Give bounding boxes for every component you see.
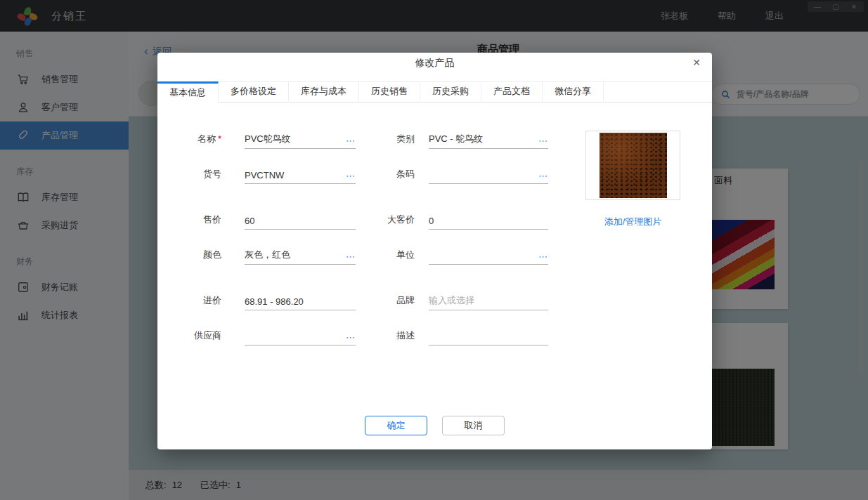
name-label: 名称* xyxy=(157,133,221,149)
vip-price-input[interactable]: 0 xyxy=(429,213,548,230)
edit-product-modal: 修改产品 ✕ 基本信息 多价格设定 库存与成本 历史销售 历史采购 产品文档 微… xyxy=(157,53,712,449)
app-window: 分销王 张老板 帮助 退出 — ▢ ✕ 销售 销售管理 客户管理 产品管理 xyxy=(0,0,868,500)
sku-label: 货号 xyxy=(157,168,221,184)
color-label: 颜色 xyxy=(157,249,221,265)
unit-label: 单位 xyxy=(356,249,415,265)
supplier-label: 供应商 xyxy=(157,329,221,346)
brand-placeholder: 输入或选择 xyxy=(429,294,474,307)
supplier-ellipsis-button[interactable]: ⋯ xyxy=(346,332,356,343)
tab-sales-history[interactable]: 历史销售 xyxy=(359,81,420,103)
description-label: 描述 xyxy=(356,329,415,346)
sku-input[interactable]: PVCTNW⋯ xyxy=(245,167,356,184)
name-input[interactable]: PVC鸵鸟纹⋯ xyxy=(245,132,356,149)
cancel-button[interactable]: 取消 xyxy=(442,416,505,435)
manage-images-link[interactable]: 添加/管理图片 xyxy=(585,216,680,228)
color-ellipsis-button[interactable]: ⋯ xyxy=(346,251,356,262)
brand-label: 品牌 xyxy=(356,294,415,310)
name-ellipsis-button[interactable]: ⋯ xyxy=(346,136,356,146)
barcode-input[interactable]: ⋯ xyxy=(429,167,548,184)
tab-wechat-share[interactable]: 微信分享 xyxy=(543,81,604,103)
close-icon[interactable]: ✕ xyxy=(692,57,701,68)
unit-input[interactable]: ⋯ xyxy=(429,248,548,265)
unit-ellipsis-button[interactable]: ⋯ xyxy=(538,251,548,262)
modal-tab-bar: 基本信息 多价格设定 库存与成本 历史销售 历史采购 产品文档 微信分享 xyxy=(157,81,712,103)
category-input[interactable]: PVC - 鸵鸟纹⋯ xyxy=(429,132,548,149)
tab-multi-price[interactable]: 多价格设定 xyxy=(219,81,289,103)
category-label: 类别 xyxy=(356,133,415,149)
price-label: 售价 xyxy=(157,213,221,230)
supplier-input[interactable]: ⋯ xyxy=(245,329,356,346)
barcode-ellipsis-button[interactable]: ⋯ xyxy=(538,171,548,181)
modal-title: 修改产品 xyxy=(157,57,712,70)
product-image-leather xyxy=(600,133,667,198)
cost-label: 进价 xyxy=(157,294,221,310)
modal-actions: 确定 取消 xyxy=(157,416,712,435)
product-image-panel: 添加/管理图片 xyxy=(585,131,680,228)
tab-basic-info[interactable]: 基本信息 xyxy=(157,81,219,103)
sku-ellipsis-button[interactable]: ⋯ xyxy=(346,171,356,181)
product-form: 名称* PVC鸵鸟纹⋯ 类别 PVC - 鸵鸟纹⋯ 货号 PVCTNW⋯ 条码 … xyxy=(157,128,551,360)
tab-purchase-history[interactable]: 历史采购 xyxy=(420,81,481,103)
vip-price-label: 大客价 xyxy=(356,213,415,230)
color-input[interactable]: 灰色，红色⋯ xyxy=(245,248,356,265)
barcode-label: 条码 xyxy=(356,168,415,184)
description-input[interactable] xyxy=(429,329,548,346)
ok-button[interactable]: 确定 xyxy=(365,416,427,435)
tab-product-docs[interactable]: 产品文档 xyxy=(481,81,543,103)
price-input[interactable]: 60 xyxy=(245,213,356,230)
cost-input[interactable]: 68.91 - 986.20 xyxy=(245,294,356,310)
tab-inventory-cost[interactable]: 库存与成本 xyxy=(289,81,359,103)
required-mark: * xyxy=(218,133,221,144)
category-ellipsis-button[interactable]: ⋯ xyxy=(538,136,548,146)
product-image-frame xyxy=(585,131,680,200)
brand-input[interactable]: 输入或选择 xyxy=(429,294,548,310)
